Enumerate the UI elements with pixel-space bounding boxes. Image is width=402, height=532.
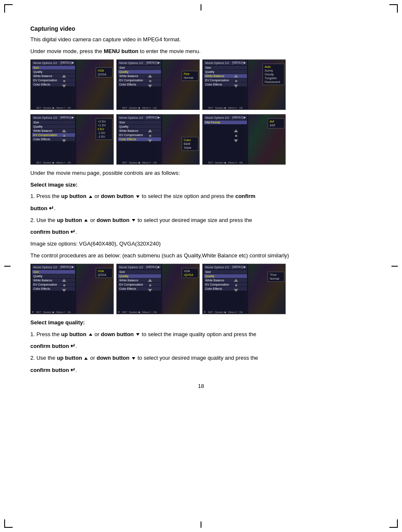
screen-3-3: Movie Options 1/2 [MENU] ▶ Size Quality … [202,264,286,314]
page-title: Capturing video [30,25,372,32]
section1-label: Under the movie menu page, possible cont… [30,169,372,177]
screen-1-3: Movie Options 1/2 [MENU] ▶ Size Quality … [202,59,286,110]
menu-intro-pre: Under movie mode, press the [30,48,104,54]
size-step1: 1. Press the up button or down button to… [30,192,372,201]
select-size-label: Select image size: [30,181,372,189]
screen-2-3: Movie Options 2/2 [MENU] ▶ File Format S… [202,114,286,165]
menu-intro: Under movie mode, press the MENU button … [30,47,372,56]
screen-1-2: Movie Options 1/2 [MENU] ▶ Size Quality … [116,59,200,110]
control-note: The control procedures are as below: (ea… [30,251,372,260]
screenshot-row-3: Movie Options 1/2 [MENU] ▶ Size Quality … [30,264,372,314]
screenshot-row-2: Movie Options 1/2 [MENU] ▶ Size Quality … [30,114,372,165]
size-step2: 2. Use the up button or down button to s… [30,216,372,225]
screen-1-1: Movie Options 1/2 [MENU] ▶ Size Quality … [30,59,114,110]
intro-text: This digital video camera can capture vi… [30,35,372,44]
screen-3-1: Movie Options 1/2 [MENU] ▶ Size Quality … [30,264,114,314]
screen-3-2: Movie Options 1/2 [MENU] ▶ Size Quality … [116,264,200,314]
screen-2-1: Movie Options 1/2 [MENU] ▶ Size Quality … [30,114,114,165]
size-step2-confirm: confirm button ↵. [30,227,372,236]
quality-step1-confirm: confirm button ↵. [30,342,372,350]
size-step1-confirm: button ↵. [30,204,372,213]
screenshot-row-1: Movie Options 1/2 [MENU] ▶ Size Quality … [30,59,372,110]
page-number: 18 [30,383,372,389]
quality-step1: 1. Press the up button or down button to… [30,330,372,339]
menu-bold: MENU button [104,48,138,54]
quality-step2-confirm: confirm button ↵. [30,366,372,374]
menu-intro-end: to enter the movie menu. [138,48,200,54]
select-quality-label: Select image quality: [30,318,372,327]
screen-2-2: Movie Options 1/2 [MENU] ▶ Size Quality … [116,114,200,165]
quality-step2: 2. Use the up button or down button to s… [30,354,372,362]
image-size-options: Image size options: VGA(640X480), QVGA(3… [30,240,372,248]
